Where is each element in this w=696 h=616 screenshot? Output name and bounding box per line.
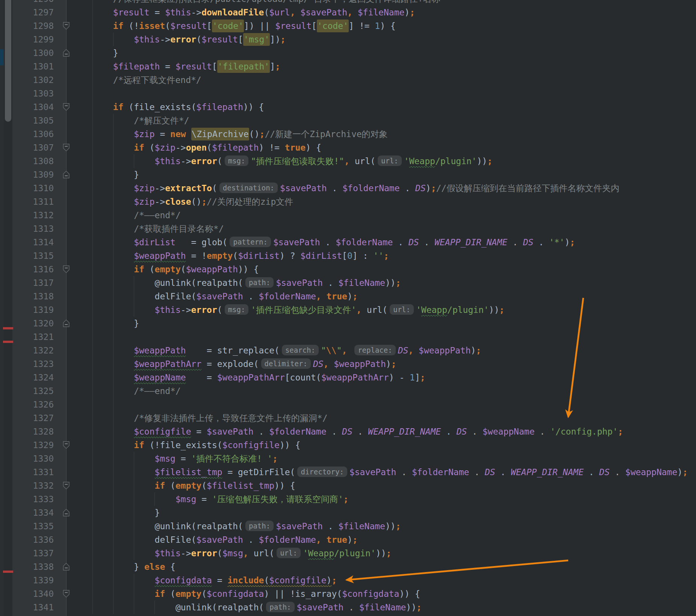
line-number[interactable]: 1315 xyxy=(25,249,54,263)
fold-collapse-icon[interactable] xyxy=(63,482,70,490)
code-line[interactable]: $this->error(msg:"插件压缩包读取失败!", url(url:'… xyxy=(71,154,696,168)
code-line[interactable]: } xyxy=(71,317,696,330)
code-line[interactable]: $filelist_tmp = getDirFile(directory:$sa… xyxy=(71,465,696,479)
line-number[interactable]: 1319 xyxy=(25,303,54,317)
code-line[interactable]: if (empty($configdata) || !is_array($con… xyxy=(71,587,696,601)
fold-collapse-icon[interactable] xyxy=(63,265,70,273)
code-line[interactable]: } xyxy=(71,46,696,60)
code-line[interactable]: if (!isset($result['code']) || $result['… xyxy=(71,19,696,33)
code-line[interactable]: $zip->close();//关闭处理的zip文件 xyxy=(71,195,696,208)
code-line[interactable]: @unlink(realpath(path:$savePath . $fileN… xyxy=(71,276,696,290)
code-line[interactable] xyxy=(71,87,696,100)
code-line[interactable]: $configdata = include($configfile); xyxy=(71,574,696,587)
fold-collapse-icon[interactable] xyxy=(63,103,70,111)
code-line[interactable]: $weappName = $weappPathArr[count($weappP… xyxy=(71,371,696,384)
code-line[interactable]: if (empty($weappPath)) { xyxy=(71,263,696,276)
fold-end-icon[interactable] xyxy=(63,171,70,179)
code-line[interactable]: if (file_exists($filepath)) { xyxy=(71,100,696,114)
line-number[interactable]: 1335 xyxy=(25,519,54,533)
fold-collapse-icon[interactable] xyxy=(63,441,70,449)
line-number[interactable]: 1334 xyxy=(25,506,54,519)
code-line[interactable]: @unlink(realpath(path:$savePath . $fileN… xyxy=(71,519,696,533)
code-line[interactable]: $configfile = $savePath . $folderName . … xyxy=(71,425,696,438)
line-number[interactable]: 1332 xyxy=(25,479,54,492)
line-number[interactable]: 1325 xyxy=(25,384,54,398)
line-number[interactable]: 1338 xyxy=(25,560,54,574)
line-number[interactable]: 1296 xyxy=(25,0,54,6)
code-line[interactable]: //保存至框架应用根目录/public/upload/tmp/ 目录中，返回文件… xyxy=(71,0,696,6)
code-line[interactable]: /*——end*/ xyxy=(71,384,696,398)
line-number[interactable]: 1328 xyxy=(25,425,54,438)
diff-deleted-lines-marker[interactable] xyxy=(3,327,13,329)
code-line[interactable]: /*获取插件目录名称*/ xyxy=(71,222,696,236)
code-line[interactable]: $dirList = glob(pattern:$savePath . $fol… xyxy=(71,236,696,249)
line-number[interactable]: 1303 xyxy=(25,87,54,100)
code-line[interactable]: } xyxy=(71,168,696,181)
code-line[interactable]: if (empty($filelist_tmp)) { xyxy=(71,479,696,492)
code-line[interactable]: $zip->extractTo(destination:$savePath . … xyxy=(71,181,696,195)
code-line[interactable]: $msg = '压缩包解压失败，请联系空间商'; xyxy=(71,492,696,506)
code-line[interactable]: $weappPath = str_replace(search:"\\", re… xyxy=(71,344,696,357)
line-number[interactable]: 1297 xyxy=(25,6,54,19)
line-number[interactable]: 1301 xyxy=(25,60,54,73)
line-number[interactable]: 1323 xyxy=(25,357,54,371)
code-line[interactable]: delFile($savePath . $folderName, true); xyxy=(71,533,696,547)
editor-gutter[interactable]: 1296129712981299130013011302130313041305… xyxy=(12,0,67,616)
fold-end-icon[interactable] xyxy=(63,49,70,57)
line-number[interactable]: 1340 xyxy=(25,587,54,601)
code-line[interactable]: $this->error(msg:'插件压缩包缺少目录文件', url(url:… xyxy=(71,303,696,317)
line-number[interactable]: 1320 xyxy=(25,317,54,330)
line-number[interactable]: 1309 xyxy=(25,168,54,181)
line-number[interactable]: 1318 xyxy=(25,290,54,303)
line-number[interactable]: 1322 xyxy=(25,344,54,357)
code-line[interactable]: /*修复非法插件上传，导致任意文件上传的漏洞*/ xyxy=(71,411,696,425)
fold-end-icon[interactable] xyxy=(63,509,70,517)
line-number[interactable]: 1304 xyxy=(25,100,54,114)
line-number[interactable]: 1302 xyxy=(25,73,54,87)
diff-deleted-lines-marker[interactable] xyxy=(3,571,13,573)
code-line[interactable] xyxy=(71,330,696,344)
code-line[interactable]: $zip = new \ZipArchive();//新建一个ZipArchiv… xyxy=(71,127,696,141)
code-line[interactable]: $this->error($result['msg']); xyxy=(71,33,696,46)
fold-collapse-icon[interactable] xyxy=(63,22,70,30)
line-number[interactable]: 1324 xyxy=(25,371,54,384)
line-number[interactable]: 1339 xyxy=(25,574,54,587)
line-number[interactable]: 1341 xyxy=(25,601,54,614)
line-number[interactable]: 1305 xyxy=(25,114,54,127)
code-line[interactable]: $filepath = $result['filepath']; xyxy=(71,60,696,73)
panel-scrollbar-thumb[interactable] xyxy=(5,0,11,122)
fold-end-icon[interactable] xyxy=(63,319,70,328)
line-number[interactable]: 1317 xyxy=(25,276,54,290)
code-line[interactable]: } else { xyxy=(71,560,696,574)
line-number[interactable]: 1306 xyxy=(25,127,54,141)
fold-collapse-icon[interactable] xyxy=(63,590,70,598)
line-number[interactable]: 1307 xyxy=(25,141,54,154)
line-number[interactable]: 1314 xyxy=(25,236,54,249)
fold-end-icon[interactable] xyxy=(63,563,70,571)
line-number[interactable]: 1316 xyxy=(25,263,54,276)
line-number[interactable]: 1327 xyxy=(25,411,54,425)
code-line[interactable]: /*解压文件*/ xyxy=(71,114,696,127)
code-line[interactable]: /*——end*/ xyxy=(71,208,696,222)
line-number[interactable]: 1313 xyxy=(25,222,54,236)
line-number[interactable]: 1329 xyxy=(25,438,54,452)
code-line[interactable]: $result = $this->downloadFile($url, $sav… xyxy=(71,6,696,19)
line-number[interactable]: 1312 xyxy=(25,208,54,222)
line-number[interactable]: 1336 xyxy=(25,533,54,547)
code-line[interactable]: /*远程下载文件end*/ xyxy=(71,73,696,87)
code-line[interactable]: if (!file_exists($configfile)) { xyxy=(71,438,696,452)
code-line[interactable]: if ($zip->open($filepath) != true) { xyxy=(71,141,696,154)
line-number[interactable]: 1331 xyxy=(25,465,54,479)
code-line[interactable]: } xyxy=(71,506,696,519)
line-number[interactable]: 1321 xyxy=(25,330,54,344)
line-number[interactable]: 1311 xyxy=(25,195,54,208)
fold-collapse-icon[interactable] xyxy=(63,143,70,152)
line-number[interactable]: 1298 xyxy=(25,19,54,33)
line-number[interactable]: 1337 xyxy=(25,547,54,560)
code-line[interactable] xyxy=(71,398,696,411)
line-number[interactable]: 1308 xyxy=(25,154,54,168)
diff-deleted-lines-marker[interactable] xyxy=(3,341,13,343)
code-line[interactable]: delFile($savePath . $folderName, true); xyxy=(71,290,696,303)
line-number[interactable]: 1299 xyxy=(25,33,54,46)
code-line[interactable]: @unlink(realpath(path:$savePath . $fileN… xyxy=(71,601,696,614)
